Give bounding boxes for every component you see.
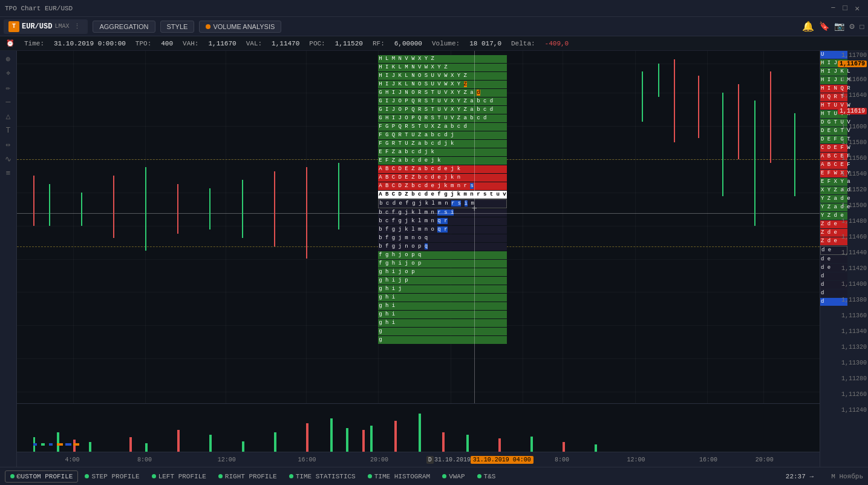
time-1200: 12:00 (218, 457, 236, 463)
vah-value: 1,11670 (208, 40, 236, 47)
price-11240: 1,11240 (841, 407, 867, 414)
ruler-icon[interactable]: △ (6, 111, 11, 121)
bottom-month: М Ноябрь (831, 473, 863, 480)
measure-icon[interactable]: ⇔ (6, 140, 11, 150)
alert-icon[interactable]: 🔔 (802, 21, 814, 33)
poc-value: 1,11520 (335, 40, 363, 47)
time-1200-2: 12:00 (627, 457, 645, 463)
mini-volume-chart[interactable] (17, 403, 820, 452)
clock-icon: ⏰ (6, 39, 15, 47)
vol-bar (89, 442, 91, 452)
vwap-tab[interactable]: VWAP (437, 470, 470, 483)
right-profile-tab[interactable]: RIGHT PROFILE (213, 470, 282, 483)
tpo-poc-row: A B C D Z b c d e f g j k m n r s t u v (378, 191, 507, 199)
symbol-menu-icon[interactable]: ⋮ (71, 22, 83, 30)
candle (49, 184, 50, 226)
layout-icon[interactable]: ☐ (860, 21, 864, 31)
vah-label: VAH: (183, 40, 198, 47)
pencil-icon[interactable]: ✏ (6, 83, 11, 93)
price-11320: 1,11320 (841, 344, 867, 351)
tpo-row: A B C D E Z b c d e j k n (378, 174, 507, 182)
camera-icon[interactable]: 📷 (834, 21, 844, 31)
price-11480: 1,11480 (841, 218, 867, 225)
ts-tab[interactable]: T&S (472, 470, 501, 483)
volume-label: Volume: (432, 40, 460, 47)
line-icon[interactable]: — (6, 97, 11, 107)
right-profile-dot (218, 474, 223, 478)
minimize-btn[interactable]: − (827, 4, 840, 13)
vol-bar (419, 414, 421, 452)
candle (113, 176, 114, 238)
tpo-row: g h i (378, 319, 507, 327)
tpo-label: TPO: (135, 40, 151, 47)
step-profile-tab[interactable]: STEP PROFILE (79, 470, 145, 483)
tpo-row: g h i (378, 302, 507, 310)
left-profile-tab[interactable]: LEFT PROFILE (146, 470, 212, 483)
price-11600: 1,11600 (841, 124, 867, 130)
val-value: 1,11470 (272, 40, 299, 47)
vwap-label: VWAP (449, 473, 465, 480)
aggregation-button[interactable]: AGGREGATION (93, 21, 155, 33)
maximize-btn[interactable]: □ (839, 4, 851, 13)
vol-bar (306, 423, 308, 452)
tpo-row: G I J O P Q R S T U V X Y Z a b c d (378, 106, 507, 114)
candle (33, 176, 34, 225)
tpo-row: E F Z a b c d j k (378, 148, 507, 156)
left-profile-dot (152, 474, 156, 478)
symbol-icon: T (8, 21, 19, 32)
vol-bar (209, 435, 212, 452)
bottom-settings-icon[interactable]: ⚙ (16, 471, 21, 481)
time-statistics-tab[interactable]: TIME STATISTICS (284, 470, 361, 483)
mini-tpo-marker (33, 443, 37, 446)
date-31oct: 31.10.2019 (434, 457, 471, 463)
price-11619-red: 1,11619 (838, 108, 867, 114)
ts-label: T&S (484, 473, 496, 480)
vol-bar (442, 432, 445, 452)
layers-icon[interactable]: ≡ (6, 169, 11, 178)
price-11560: 1,11560 (841, 155, 867, 162)
symbol-block[interactable]: T EUR/USD LMAX ⋮ (4, 19, 88, 34)
candle (242, 180, 243, 238)
settings-icon[interactable]: ⚙ (849, 21, 854, 31)
mini-tpo-marker (57, 443, 63, 446)
tpo-row: H I J K L N O S U V W X Y Z (378, 81, 507, 88)
bookmark-icon[interactable]: 🔖 (819, 21, 829, 31)
val-label: VAL: (246, 40, 262, 47)
tpo-row: A B C D Z b c d e j k m n r s (378, 182, 507, 190)
vol-bar (274, 432, 276, 452)
time-axis: 4:00 8:00 12:00 16:00 20:00 D 31.10.2019… (17, 452, 820, 467)
tpo-row: H L M N V W X Y Z (378, 55, 507, 63)
bid-arrow-icon: ► (820, 200, 821, 208)
crosshair-icon[interactable]: ⌖ (6, 69, 10, 78)
time-2000-2: 20:00 (755, 457, 774, 463)
text-icon[interactable]: T (6, 126, 11, 135)
price-11360: 1,11360 (841, 312, 867, 319)
bottom-bar: CUSTOM PROFILE STEP PROFILE LEFT PROFILE… (0, 467, 868, 485)
left-profile-label: LEFT PROFILE (158, 473, 206, 480)
cursor-tool-icon[interactable]: ⊕ (6, 54, 11, 64)
app-title: TPO Chart EUR/USD (5, 5, 73, 12)
time-histogram-tab[interactable]: TIME HISTOGRAM (362, 470, 436, 483)
feed-badge: LMAX (54, 23, 69, 30)
vol-bar (57, 432, 59, 452)
tpo-row: E F Z a b c d e j k (378, 157, 507, 165)
style-button[interactable]: STYLE (160, 21, 195, 33)
vol-bar (563, 442, 565, 452)
vwap-dot (442, 474, 446, 478)
main-toolbar: T EUR/USD LMAX ⋮ AGGREGATION STYLE VOLUM… (0, 17, 868, 36)
tpo-row: G H I J N O R S T U V X Y Z a d (378, 89, 507, 97)
time-value: 31.10.2019 0:00:00 (54, 40, 126, 47)
candle (338, 163, 339, 229)
tpo-row: g h i j p (378, 277, 507, 285)
candle (722, 93, 723, 197)
vol-bar (362, 430, 365, 452)
price-11580: 1,11580 (841, 139, 867, 146)
tpo-row: f g h j o p q (378, 251, 507, 259)
mini-tpo-marker (41, 443, 45, 446)
price-11700: 1,11700 (841, 52, 867, 59)
time-800: 8:00 (137, 457, 152, 463)
close-btn[interactable]: ✕ (851, 4, 863, 13)
fib-icon[interactable]: ∿ (5, 154, 11, 164)
tpo-row: G H I J O P Q R S T U V Z a b c d (378, 114, 507, 122)
volume-analysis-button[interactable]: VOLUME ANALYSIS (199, 21, 281, 33)
